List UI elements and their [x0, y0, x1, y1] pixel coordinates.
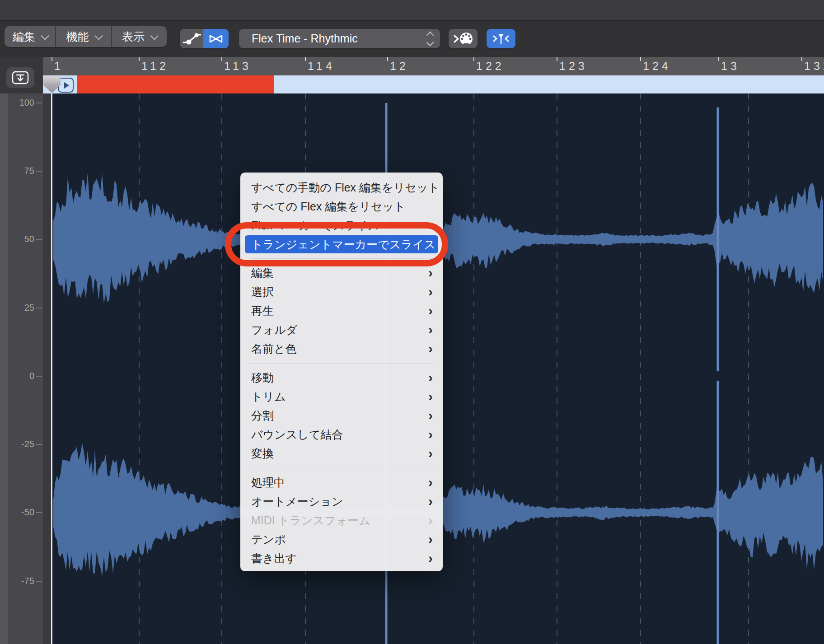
menu-item-label: 再生	[251, 303, 428, 318]
menu-item[interactable]: 分割›	[240, 406, 443, 425]
scale-value: 75	[8, 166, 34, 176]
menu-item[interactable]: 変換›	[240, 444, 443, 463]
menu-item[interactable]: トリム›	[240, 387, 443, 406]
submenu-chevron-icon: ›	[428, 371, 433, 384]
ruler-label: 13	[721, 60, 740, 73]
play-icon	[64, 82, 69, 89]
submenu-chevron-icon: ›	[428, 266, 433, 280]
chevron-down-icon	[150, 32, 158, 40]
tool-toggle-group	[180, 29, 229, 48]
midi-in-button[interactable]	[449, 29, 478, 48]
menu-item-label: すべての Flex 編集をリセット	[251, 199, 433, 214]
scale-tick	[36, 308, 42, 308]
submenu-chevron-icon: ›	[428, 513, 433, 527]
submenu-chevron-icon: ›	[428, 428, 433, 441]
automation-curve-icon	[182, 31, 201, 47]
menu-item-label: オートメーション	[251, 494, 428, 509]
menu-item-label: 選択	[251, 285, 428, 299]
snap-transient-icon	[491, 32, 511, 46]
scale-tick	[36, 103, 42, 103]
ruler-tick	[801, 57, 802, 61]
region-header-strip[interactable]	[43, 75, 824, 93]
scale-value: -25	[8, 439, 34, 449]
ruler-tick	[305, 57, 306, 61]
menu-item[interactable]: 名前と色›	[240, 339, 443, 358]
submenu-chevron-icon: ›	[428, 532, 433, 546]
ruler-label: 123	[559, 60, 588, 73]
submenu-chevron-icon: ›	[428, 447, 433, 460]
menu-item[interactable]: 移動›	[240, 368, 443, 387]
menu-item-label: トランジェントマーカーでスライス	[251, 237, 435, 252]
scale-value: 100	[8, 98, 34, 108]
select-updown-icon	[427, 33, 433, 45]
editor-toolbar: 編集 機能 表示	[0, 20, 824, 57]
snap-transient-button[interactable]	[487, 29, 515, 48]
automation-tool-button[interactable]	[180, 29, 203, 48]
menu-item-label: フォルダ	[251, 322, 428, 337]
menu-item-label: 変換	[251, 446, 428, 461]
menu-item[interactable]: すべての手動の Flex 編集をリセット	[240, 178, 443, 197]
flex-algorithm-select[interactable]: Flex Time - Rhythmic	[239, 29, 440, 48]
submenu-chevron-icon: ›	[428, 551, 433, 565]
functions-menu-button[interactable]: 機能	[55, 26, 111, 47]
scale-tick	[36, 171, 42, 172]
ruler-tick	[221, 57, 222, 61]
view-menu-button[interactable]: 表示	[111, 26, 167, 47]
view-menu-label: 表示	[122, 29, 145, 44]
audio-track-editor: 編集 機能 表示	[0, 0, 824, 644]
window-top-bar	[0, 0, 824, 20]
ruler-tick	[473, 57, 474, 61]
menu-button-group: 編集 機能 表示	[5, 26, 167, 47]
midi-in-icon	[453, 32, 473, 46]
ruler-label: 122	[476, 60, 505, 73]
submenu-chevron-icon: ›	[428, 342, 433, 355]
selected-region-bar[interactable]	[77, 75, 274, 93]
submenu-chevron-icon: ›	[428, 409, 433, 422]
menu-item[interactable]: テンポ›	[240, 530, 443, 549]
menu-item-label: 移動	[251, 370, 428, 385]
editor-left-edge	[0, 93, 8, 644]
menu-item[interactable]: Flex マーカーでスライス	[240, 216, 443, 235]
menu-item[interactable]: オートメーション›	[240, 492, 443, 511]
flex-algorithm-value: Flex Time - Rhythmic	[252, 32, 358, 45]
menu-item-label: 分割	[251, 408, 428, 423]
ruler-label: 124	[643, 60, 671, 73]
ruler-tick	[718, 57, 719, 61]
ruler-label: 114	[308, 60, 335, 73]
flex-mode-icon	[208, 32, 224, 46]
scale-tick	[36, 239, 42, 240]
bar-beat-ruler[interactable]: 11121131141212212312413132	[43, 57, 824, 76]
scale-tick	[36, 444, 42, 445]
playhead-line[interactable]	[51, 75, 52, 644]
submenu-chevron-icon: ›	[428, 390, 433, 403]
ruler-tick	[640, 57, 641, 61]
scale-value: -75	[8, 576, 34, 586]
edit-menu-button[interactable]: 編集	[5, 26, 55, 47]
ruler-tick	[139, 57, 140, 61]
menu-item[interactable]: 再生›	[240, 301, 443, 320]
tray-download-icon	[12, 71, 29, 84]
ruler-label: 112	[141, 60, 169, 73]
menu-item[interactable]: バウンスして結合›	[240, 425, 443, 444]
amplitude-scale: 1007550250-25-50-75	[8, 93, 43, 644]
menu-item-label: バウンスして結合	[251, 427, 428, 442]
ruler-label: 132	[804, 60, 824, 73]
menu-item: MIDI トランスフォーム›	[240, 511, 443, 530]
menu-separator	[250, 258, 433, 259]
menu-item[interactable]: 書き出す›	[240, 549, 443, 568]
menu-item-label: すべての手動の Flex 編集をリセット	[251, 180, 440, 195]
flex-mode-button[interactable]	[203, 29, 229, 48]
chevron-down-icon	[41, 32, 49, 40]
ruler-tick	[557, 57, 557, 61]
context-menu: すべての手動の Flex 編集をリセットすべての Flex 編集をリセットFle…	[240, 173, 443, 571]
menu-item[interactable]: 選択›	[240, 282, 443, 301]
menu-item-label: Flex マーカーでスライス	[251, 218, 433, 233]
menu-item[interactable]: 編集›	[240, 263, 443, 282]
menu-item[interactable]: トランジェントマーカーでスライス	[245, 235, 438, 253]
catch-playhead-button[interactable]	[6, 67, 35, 89]
scale-value: 25	[8, 303, 34, 313]
functions-menu-label: 機能	[66, 29, 89, 44]
menu-item[interactable]: フォルダ›	[240, 320, 443, 339]
menu-item[interactable]: すべての Flex 編集をリセット	[240, 197, 443, 216]
menu-item[interactable]: 処理中›	[240, 473, 443, 492]
